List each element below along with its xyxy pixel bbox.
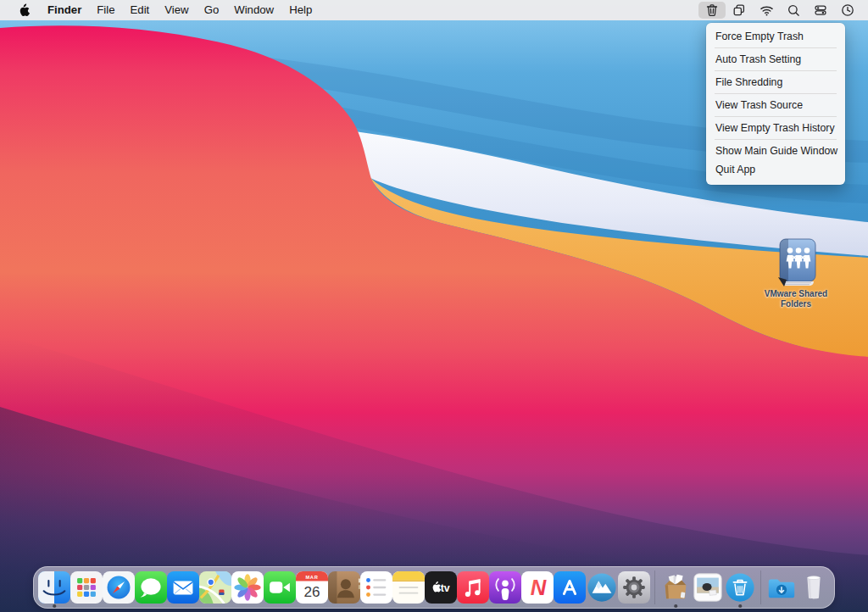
dock: MAR 26 [33,566,835,609]
music-icon [457,571,489,604]
search-icon [787,3,801,18]
dock-divider [760,570,761,604]
dock-item-finder[interactable] [38,566,70,609]
dock-item-system-preferences[interactable] [618,566,650,609]
dock-item-tv[interactable]: tv [425,566,457,609]
control-center-icon [813,3,828,18]
svg-text:26: 26 [303,584,320,600]
trash-dropdown-menu: Force Empty Trash Auto Trash Setting Fil… [706,23,845,185]
unarchiver-box-icon [659,571,692,604]
dock-item-mail[interactable] [167,566,199,609]
app-store-icon [554,571,586,604]
trash-icon [704,3,720,18]
clock-icon [840,3,855,18]
menu-go[interactable]: Go [197,0,227,20]
reminders-icon [360,571,392,604]
menu-edit[interactable]: Edit [123,0,158,20]
desktop-icon-vmware-shared-folders[interactable]: VMware Shared Folders [760,237,832,309]
dock-item-news[interactable]: N [521,566,554,609]
calendar-icon: MAR 26 [296,571,328,604]
menu-bar-status-area [698,0,861,20]
windows-icon [732,3,747,18]
mountains-app-icon [586,571,618,604]
dock-item-trash-app[interactable] [724,566,756,609]
running-indicator [674,604,677,608]
dock-item-notes[interactable] [392,566,425,609]
news-icon: N [521,571,554,604]
menu-finder[interactable]: Finder [40,0,89,20]
podcasts-icon [489,571,521,604]
apple-icon [19,3,31,17]
maps-icon [199,571,231,604]
menu-item-view-trash-source[interactable]: View Trash Source [706,96,845,114]
dock-item-podcasts[interactable] [489,566,521,609]
menu-window[interactable]: Window [226,0,281,20]
menu-item-file-shredding[interactable]: File Shredding [706,73,845,92]
trash-can-icon [798,571,830,604]
apple-menu[interactable] [10,3,40,17]
dock-item-image-document[interactable] [692,566,724,609]
dock-item-photos[interactable] [231,566,264,609]
menubar-search-icon[interactable] [781,0,807,20]
menu-separator [715,70,837,71]
dock-item-unarchiver[interactable] [659,566,692,609]
system-preferences-icon [618,571,650,604]
menu-help[interactable]: Help [281,0,320,20]
dock-item-app-store[interactable] [554,566,586,609]
wifi-icon [759,3,775,18]
menu-bar-left: Finder File Edit View Go Window Help [10,0,320,20]
menu-separator [715,47,837,48]
shared-folders-drive-icon [770,237,822,288]
menu-view[interactable]: View [157,0,196,20]
dock-item-trash[interactable] [798,566,830,609]
dock-item-music[interactable] [457,566,489,609]
desktop-icon-label: VMware Shared Folders [760,289,832,309]
dock-divider [654,570,655,604]
downloads-folder-icon [765,571,798,604]
dock-item-mountains-app[interactable] [586,566,618,609]
mail-icon [167,571,199,604]
apple-tv-icon: tv [425,571,457,604]
svg-text:MAR: MAR [305,575,318,580]
trash-app-icon [724,571,756,604]
dock-item-messages[interactable] [135,566,167,609]
dock-item-calendar[interactable]: MAR 26 [296,566,328,609]
menu-separator [715,139,837,140]
image-document-icon [692,571,724,604]
notes-icon [392,571,425,604]
menu-separator [715,116,837,117]
dock-item-facetime[interactable] [264,566,296,609]
menu-separator [715,93,837,94]
dock-item-contacts[interactable] [328,566,360,609]
menu-item-view-empty-trash-history[interactable]: View Empty Trash History [706,119,845,137]
menu-file[interactable]: File [89,0,122,20]
menu-item-show-main-guide-window[interactable]: Show Main Guide Window [706,142,845,160]
menubar-windows-icon[interactable] [726,0,753,20]
finder-icon [38,571,70,604]
facetime-icon [264,571,296,604]
dock-item-launchpad[interactable] [70,566,103,609]
messages-icon [135,571,167,604]
menu-item-force-empty-trash[interactable]: Force Empty Trash [706,27,845,46]
menubar-control-center-icon[interactable] [807,0,834,20]
running-indicator [53,604,56,608]
dock-item-safari[interactable] [103,566,135,609]
running-indicator [738,604,742,608]
dock-item-downloads[interactable] [765,566,798,609]
launchpad-icon [70,571,103,604]
photos-icon [231,571,264,604]
menu-item-auto-trash-setting[interactable]: Auto Trash Setting [706,50,845,69]
menu-bar: Finder File Edit View Go Window Help [0,0,868,20]
menubar-clock-icon[interactable] [834,0,861,20]
svg-text:N: N [531,576,547,599]
menubar-trash-icon[interactable] [698,2,726,19]
svg-text:tv: tv [441,582,450,594]
safari-icon [103,571,135,604]
dock-item-maps[interactable] [199,566,231,609]
menu-item-quit-app[interactable]: Quit App [706,160,845,179]
menubar-wifi-icon[interactable] [753,0,781,20]
dock-item-reminders[interactable] [360,566,392,609]
contacts-icon [328,571,360,604]
